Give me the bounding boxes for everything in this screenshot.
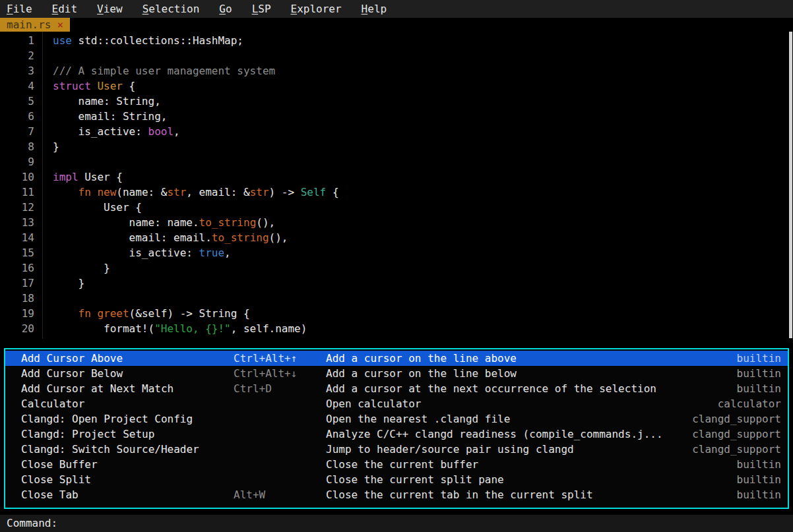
code-text: is_active: true,	[53, 247, 231, 259]
line-number: 12	[0, 200, 34, 215]
code-line: 7 is_active: bool,	[0, 124, 793, 139]
command-source: clangd_support	[692, 427, 781, 442]
code-line: 12 User {	[0, 200, 793, 215]
palette-row[interactable]: Clangd: Open Project ConfigOpen the near…	[5, 411, 788, 427]
tab-label: main.rs	[7, 18, 51, 32]
code-text: struct User {	[53, 80, 135, 92]
status-bar[interactable]: Command:	[0, 515, 793, 532]
code-line: 14 email: email.to_string(),	[0, 230, 793, 245]
command-name: Add Cursor at Next Match	[21, 381, 234, 396]
line-number: 1	[0, 33, 34, 48]
code-text: fn new(name: &str, email: &str) -> Self …	[53, 186, 339, 198]
tab-bar: main.rs ×	[0, 18, 793, 32]
line-number: 3	[0, 63, 34, 78]
command-name: Close Buffer	[21, 457, 234, 472]
menu-lsp[interactable]: LSP	[252, 3, 271, 15]
line-number: 8	[0, 139, 34, 154]
line-number: 6	[0, 109, 34, 124]
command-source: builtin	[737, 472, 781, 487]
code-lines: 1use std::collections::HashMap;23/// A s…	[0, 33, 793, 336]
code-text: fn greet(&self) -> String {	[53, 307, 250, 320]
code-text: }	[53, 277, 84, 289]
code-line: 3/// A simple user management system	[0, 63, 793, 78]
palette-row[interactable]: Add Cursor AboveCtrl+Alt+↑Add a cursor o…	[5, 351, 788, 366]
command-name: Calculator	[21, 396, 234, 411]
line-number: 20	[0, 321, 34, 336]
code-line: 2	[0, 48, 793, 63]
code-line: 15 is_active: true,	[0, 245, 793, 260]
command-description: Add a cursor on the line below	[326, 366, 737, 381]
palette-row[interactable]: Clangd: Switch Source/HeaderJump to head…	[5, 442, 788, 457]
command-list: Add Cursor AboveCtrl+Alt+↑Add a cursor o…	[5, 351, 788, 502]
gutter-separator	[42, 32, 43, 339]
palette-row[interactable]: Close TabAlt+WClose the current tab in t…	[5, 487, 788, 502]
scrollbar[interactable]	[789, 32, 792, 338]
tab-close-icon[interactable]: ×	[57, 18, 63, 32]
line-number: 19	[0, 306, 34, 321]
code-line: 20 format!("Hello, {}!", self.name)	[0, 321, 793, 336]
line-number: 7	[0, 124, 34, 139]
menu-view[interactable]: View	[97, 3, 123, 15]
code-text: name: name.to_string(),	[53, 216, 275, 229]
command-source: builtin	[737, 366, 781, 381]
code-line: 18	[0, 291, 793, 306]
palette-row[interactable]: Close BufferClose the current bufferbuil…	[5, 457, 788, 472]
line-number: 10	[0, 169, 34, 185]
menu-file[interactable]: File	[7, 3, 32, 15]
line-number: 5	[0, 94, 34, 109]
line-number: 11	[0, 185, 34, 200]
command-name: Close Split	[21, 472, 234, 487]
menu-selection[interactable]: Selection	[143, 3, 200, 15]
command-name: Clangd: Open Project Config	[21, 411, 234, 427]
code-line: 1use std::collections::HashMap;	[0, 33, 793, 48]
command-name: Add Cursor Below	[21, 366, 234, 381]
command-description: Close the current buffer	[326, 457, 737, 472]
line-number: 9	[0, 154, 34, 169]
command-description: Jump to header/source pair using clangd	[326, 442, 692, 457]
command-source: clangd_support	[692, 411, 781, 427]
command-source: builtin	[737, 381, 781, 396]
code-line: 4struct User {	[0, 78, 793, 94]
code-line: 9	[0, 154, 793, 169]
code-line: 16 }	[0, 260, 793, 276]
line-number: 13	[0, 215, 34, 230]
command-source: builtin	[737, 457, 781, 472]
command-name: Clangd: Project Setup	[21, 427, 234, 442]
code-editor[interactable]: 1use std::collections::HashMap;23/// A s…	[0, 32, 793, 339]
command-source: builtin	[737, 351, 781, 366]
command-description: Open the nearest .clangd file	[326, 411, 692, 427]
code-text: /// A simple user management system	[53, 65, 275, 77]
code-line: 17 }	[0, 276, 793, 291]
code-text: is_active: bool,	[53, 125, 180, 138]
line-number: 17	[0, 276, 34, 291]
menu-help[interactable]: Help	[362, 3, 387, 15]
palette-row[interactable]: CalculatorOpen calculatorcalculator	[5, 396, 788, 411]
command-description: Add a cursor on the line above	[326, 351, 737, 366]
line-number: 4	[0, 78, 34, 94]
menu-edit[interactable]: Edit	[52, 3, 78, 15]
palette-row[interactable]: Close SplitClose the current split paneb…	[5, 472, 788, 487]
tab-main-rs[interactable]: main.rs ×	[0, 18, 70, 32]
menu-go[interactable]: Go	[219, 3, 232, 15]
code-line: 13 name: name.to_string(),	[0, 215, 793, 230]
code-text: name: String,	[53, 95, 161, 107]
palette-row[interactable]: Add Cursor BelowCtrl+Alt+↓Add a cursor o…	[5, 366, 788, 381]
menu-explorer[interactable]: Explorer	[291, 3, 342, 15]
palette-row[interactable]: Add Cursor at Next MatchCtrl+DAdd a curs…	[5, 381, 788, 396]
code-text: User {	[53, 201, 142, 214]
command-prompt: Command:	[7, 517, 57, 529]
command-description: Analyze C/C++ clangd readiness (compile_…	[326, 427, 692, 442]
code-text: email: email.to_string(),	[53, 231, 288, 244]
command-name: Close Tab	[21, 487, 234, 502]
command-description: Add a cursor at the next occurrence of t…	[326, 381, 737, 396]
code-text: email: String,	[53, 110, 167, 123]
code-text: format!("Hello, {}!", self.name)	[53, 322, 307, 335]
code-line: 6 email: String,	[0, 109, 793, 124]
code-line: 19 fn greet(&self) -> String {	[0, 306, 793, 321]
code-text: }	[53, 262, 110, 274]
code-line: 11 fn new(name: &str, email: &str) -> Se…	[0, 185, 793, 200]
palette-row[interactable]: Clangd: Project SetupAnalyze C/C++ clang…	[5, 427, 788, 442]
code-line: 5 name: String,	[0, 94, 793, 109]
command-source: clangd_support	[692, 442, 781, 457]
line-number: 18	[0, 291, 34, 306]
